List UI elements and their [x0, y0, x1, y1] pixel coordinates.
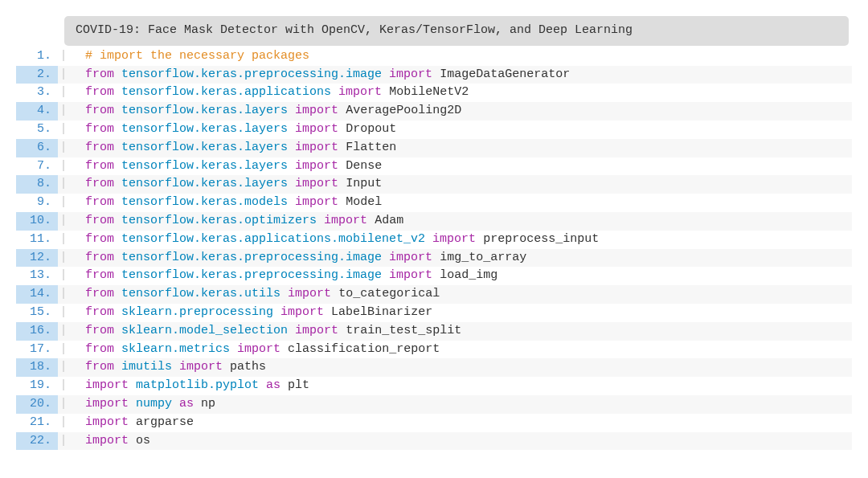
token-keyword: import: [85, 378, 129, 392]
token-keyword: from: [85, 122, 114, 136]
token-module: tensorflow.keras.optimizers: [121, 214, 317, 227]
gutter-separator: |: [58, 66, 69, 84]
line-number: 8.: [16, 175, 58, 194]
code-line: 2.|from tensorflow.keras.preprocessing.i…: [16, 66, 852, 84]
snippet-title: COVID-19: Face Mask Detector with OpenCV…: [64, 16, 849, 46]
code-content: import os: [69, 432, 852, 451]
token-keyword: import: [389, 268, 432, 282]
code-line: 6.|from tensorflow.keras.layers import F…: [16, 139, 852, 157]
line-number: 6.: [16, 139, 58, 157]
code-line: 15.|from sklearn.preprocessing import La…: [16, 304, 852, 322]
gutter-separator: |: [58, 341, 69, 359]
token-name: Dropout: [346, 122, 396, 136]
token-keyword: from: [85, 141, 114, 154]
code-content: # import the necessary packages: [69, 47, 852, 66]
code-line: 9.|from tensorflow.keras.models import M…: [16, 194, 852, 212]
code-line: 10.|from tensorflow.keras.optimizers imp…: [16, 212, 852, 231]
gutter-separator: |: [58, 414, 69, 432]
token-module: tensorflow.keras.utils: [121, 287, 280, 300]
token-keyword: as: [266, 378, 280, 392]
token-keyword: import: [295, 104, 338, 117]
line-number: 3.: [16, 84, 58, 102]
code-content: from imutils import paths: [69, 358, 852, 377]
gutter-separator: |: [58, 157, 69, 176]
gutter-separator: |: [58, 304, 69, 322]
token-keyword: import: [288, 287, 331, 300]
code-content: from sklearn.preprocessing import LabelB…: [69, 304, 852, 322]
token-keyword: from: [85, 251, 114, 264]
token-keyword: from: [85, 287, 114, 300]
code-line: 17.|from sklearn.metrics import classifi…: [16, 341, 852, 359]
token-keyword: import: [295, 159, 338, 173]
token-name: classification_report: [288, 342, 440, 356]
token-module: numpy: [136, 397, 172, 411]
token-keyword: from: [85, 360, 114, 374]
token-name: Model: [346, 195, 382, 209]
token-keyword: import: [389, 67, 432, 81]
token-keyword: import: [295, 324, 338, 337]
token-module: tensorflow.keras.preprocessing.image: [121, 67, 382, 81]
token-name: train_test_split: [346, 324, 461, 337]
code-line: 7.|from tensorflow.keras.layers import D…: [16, 157, 852, 176]
token-keyword: as: [179, 397, 194, 411]
token-keyword: import: [85, 434, 129, 447]
code-line: 13.|from tensorflow.keras.preprocessing.…: [16, 267, 852, 285]
line-number: 19.: [16, 377, 58, 395]
code-line: 4.|from tensorflow.keras.layers import A…: [16, 102, 852, 121]
token-module: sklearn.preprocessing: [121, 305, 273, 319]
gutter-separator: |: [58, 285, 69, 304]
token-name: Adam: [375, 214, 403, 227]
line-number: 20.: [16, 395, 58, 414]
token-name: LabelBinarizer: [331, 305, 432, 319]
token-keyword: import: [295, 195, 338, 209]
token-name: ImageDataGenerator: [440, 67, 570, 81]
line-number: 10.: [16, 212, 58, 231]
code-line: 18.|from imutils import paths: [16, 358, 852, 377]
code-content: from tensorflow.keras.utils import to_ca…: [69, 285, 852, 304]
code-line: 22.|import os: [16, 432, 852, 451]
line-number: 22.: [16, 432, 58, 451]
line-number: 13.: [16, 267, 58, 285]
token-name: to_categorical: [338, 287, 440, 300]
token-keyword: from: [85, 67, 114, 81]
token-module: tensorflow.keras.applications: [121, 85, 331, 99]
token-module: tensorflow.keras.applications.mobilenet_…: [121, 232, 425, 246]
token-keyword: from: [85, 342, 114, 356]
line-number: 17.: [16, 341, 58, 359]
code-content: import numpy as np: [69, 395, 852, 414]
gutter-separator: |: [58, 395, 69, 414]
gutter-separator: |: [58, 358, 69, 377]
gutter-separator: |: [58, 267, 69, 285]
code-line: 21.|import argparse: [16, 414, 852, 432]
token-keyword: import: [280, 305, 324, 319]
token-name: img_to_array: [440, 251, 526, 264]
line-number: 21.: [16, 414, 58, 432]
token-keyword: from: [85, 104, 114, 117]
token-name: Flatten: [346, 141, 396, 154]
token-name: Input: [346, 177, 382, 190]
token-keyword: import: [295, 141, 338, 154]
gutter-separator: |: [58, 249, 69, 268]
token-keyword: from: [85, 268, 114, 282]
line-number: 9.: [16, 194, 58, 212]
code-line: 19.|import matplotlib.pyplot as plt: [16, 377, 852, 395]
token-keyword: from: [85, 159, 114, 173]
gutter-separator: |: [58, 121, 69, 139]
token-name: load_img: [440, 268, 497, 282]
token-keyword: import: [324, 214, 367, 227]
code-content: from sklearn.metrics import classificati…: [69, 341, 852, 359]
gutter-separator: |: [58, 212, 69, 231]
token-module: tensorflow.keras.layers: [121, 159, 288, 173]
code-line: 11.|from tensorflow.keras.applications.m…: [16, 231, 852, 249]
token-name: os: [136, 434, 150, 447]
code-content: from tensorflow.keras.optimizers import …: [69, 212, 852, 231]
gutter-separator: |: [58, 194, 69, 212]
token-name: AveragePooling2D: [346, 104, 461, 117]
token-name: argparse: [136, 415, 194, 429]
token-keyword: import: [85, 397, 129, 411]
token-name: plt: [288, 378, 309, 392]
line-number: 11.: [16, 231, 58, 249]
line-number: 12.: [16, 249, 58, 268]
code-content: from tensorflow.keras.preprocessing.imag…: [69, 267, 852, 285]
token-name: np: [201, 397, 215, 411]
